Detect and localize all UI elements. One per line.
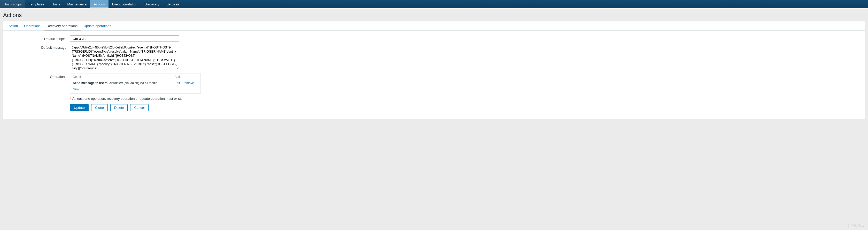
new-operation-link[interactable]: New	[73, 87, 79, 91]
row-actions: Edit Remove	[175, 81, 198, 85]
nav-maintenance[interactable]: Maintenance	[64, 0, 90, 8]
clone-button[interactable]: Clone	[91, 104, 108, 111]
nav-actions[interactable]: Actions	[90, 0, 108, 8]
page-title: Actions	[3, 12, 865, 18]
input-default-subject[interactable]	[70, 35, 179, 41]
content-box: Action Operations Recovery operations Up…	[3, 21, 865, 119]
row-details-suffix: cloudalert (cloudalert) via all media	[108, 81, 157, 85]
tab-recovery-operations[interactable]: Recovery operations	[44, 22, 81, 30]
remove-link[interactable]: Remove	[182, 81, 194, 85]
page-header: Actions	[0, 8, 868, 21]
update-button[interactable]: Update	[70, 104, 89, 111]
textarea-default-message[interactable]: {'app':'c9d7e2df-4f5b-25fc-52fd-0e82b0bc…	[70, 44, 179, 70]
row-operations: Operations Details Action Send message t…	[8, 73, 860, 111]
operations-new-row: New	[70, 86, 200, 93]
label-operations: Operations	[8, 73, 70, 111]
nav-templates[interactable]: Templates	[25, 0, 48, 8]
header-details: Details	[73, 75, 175, 79]
tab-operations[interactable]: Operations	[21, 22, 44, 30]
nav-host-groups[interactable]: Host groups	[0, 0, 25, 8]
nav-discovery[interactable]: Discovery	[141, 0, 163, 8]
row-details-prefix: Send message to users:	[73, 81, 108, 85]
tabs: Action Operations Recovery operations Up…	[3, 22, 865, 31]
form-area: Default subject Default message {'app':'…	[3, 31, 865, 119]
tab-update-operations[interactable]: Update operations	[81, 22, 114, 30]
button-row: Update Clone Delete Cancel	[70, 104, 201, 111]
operations-row: Send message to users: cloudalert (cloud…	[70, 80, 200, 86]
nav-event-correlation[interactable]: Event correlation	[108, 0, 141, 8]
header-action: Action	[175, 75, 198, 79]
tab-action[interactable]: Action	[5, 22, 21, 30]
row-details: Send message to users: cloudalert (cloud…	[73, 81, 175, 85]
operations-header: Details Action	[70, 74, 200, 80]
row-default-message: Default message {'app':'c9d7e2df-4f5b-25…	[8, 44, 860, 71]
row-default-subject: Default subject	[8, 35, 860, 41]
label-default-message: Default message	[8, 44, 70, 71]
edit-link[interactable]: Edit	[175, 81, 180, 85]
top-navigation: Host groups Templates Hosts Maintenance …	[0, 0, 868, 8]
required-text: At least one operation, recovery operati…	[72, 97, 182, 101]
nav-services[interactable]: Services	[163, 0, 183, 8]
cancel-button[interactable]: Cancel	[130, 104, 148, 111]
nav-hosts[interactable]: Hosts	[48, 0, 64, 8]
label-default-subject: Default subject	[8, 35, 70, 41]
operations-table: Details Action Send message to users: cl…	[70, 73, 201, 93]
required-note: *At least one operation, recovery operat…	[70, 97, 201, 101]
required-asterisk: *	[70, 97, 71, 101]
delete-button[interactable]: Delete	[110, 104, 128, 111]
